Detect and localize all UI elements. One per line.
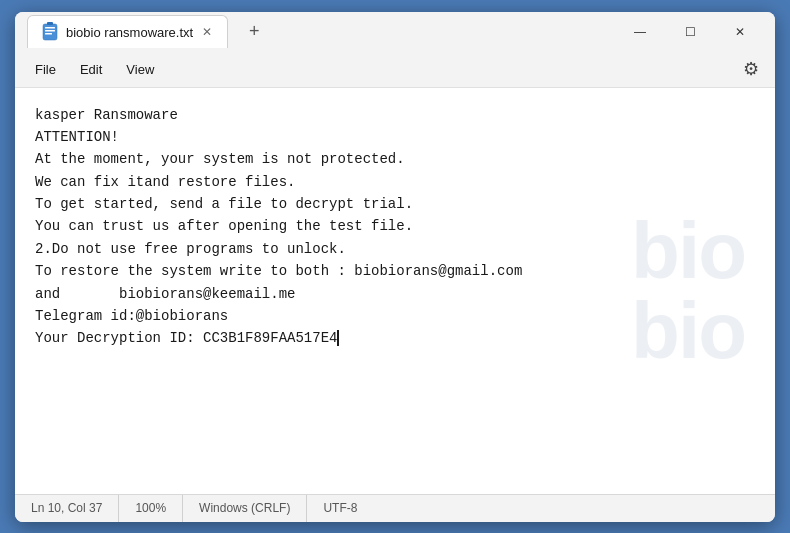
status-zoom: 100% [119, 495, 183, 522]
minimize-button[interactable]: — [617, 16, 663, 48]
maximize-button[interactable]: ☐ [667, 16, 713, 48]
menu-file[interactable]: File [23, 58, 68, 81]
tab-title: biobio ransmoware.txt [66, 25, 193, 40]
svg-rect-2 [45, 30, 55, 32]
svg-rect-4 [47, 22, 53, 25]
status-encoding: UTF-8 [307, 495, 373, 522]
status-line-ending: Windows (CRLF) [183, 495, 307, 522]
tab-close-button[interactable]: ✕ [199, 24, 215, 40]
file-tab[interactable]: biobio ransmoware.txt ✕ [27, 15, 228, 48]
menu-bar: File Edit View ⚙ [15, 52, 775, 88]
new-tab-button[interactable]: + [240, 18, 268, 46]
status-bar: Ln 10, Col 37 100% Windows (CRLF) UTF-8 [15, 494, 775, 522]
editor-area[interactable]: biobio kasper Ransmoware ATTENTION! At t… [15, 88, 775, 494]
svg-rect-3 [45, 33, 52, 35]
title-bar: biobio ransmoware.txt ✕ + — ☐ ✕ [15, 12, 775, 52]
editor-content: kasper Ransmoware ATTENTION! At the mome… [35, 104, 755, 350]
svg-rect-0 [43, 24, 57, 40]
main-window: biobio ransmoware.txt ✕ + — ☐ ✕ File Edi… [15, 12, 775, 522]
window-controls: — ☐ ✕ [617, 16, 763, 48]
text-cursor [337, 330, 339, 346]
svg-rect-1 [45, 27, 55, 29]
notepad-icon [40, 22, 60, 42]
close-button[interactable]: ✕ [717, 16, 763, 48]
settings-icon[interactable]: ⚙ [735, 53, 767, 85]
title-bar-left: biobio ransmoware.txt ✕ + [27, 15, 617, 48]
menu-view[interactable]: View [114, 58, 166, 81]
status-position: Ln 10, Col 37 [27, 495, 119, 522]
menu-edit[interactable]: Edit [68, 58, 114, 81]
